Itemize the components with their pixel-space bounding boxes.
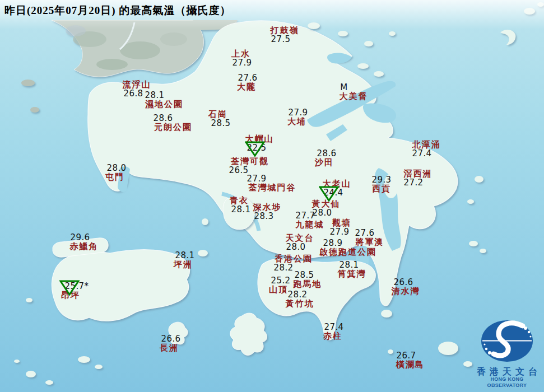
station-value-label: 28.0 (107, 164, 127, 173)
station: 上水27.9 (231, 50, 251, 67)
station: 觀塘27.9 (332, 219, 352, 236)
station-value-label: 28.1 (136, 91, 174, 100)
hko-logo: 香港天文台 HONG KONG OBSERVATORY (471, 319, 543, 389)
station: 28.2黃竹坑 (286, 291, 314, 308)
station: 青衣28.1 (230, 197, 249, 214)
map-title: 昨日(2025年07月20日) 的最高氣溫（攝氏度） (4, 3, 231, 18)
station: M大美督 (340, 83, 368, 101)
station-name-label: 黃竹坑 (286, 300, 314, 309)
station-value-label: 25.2 (271, 277, 291, 286)
station-value-label: 27.6 (238, 74, 258, 83)
station-name-label: 元朗公園 (154, 123, 192, 132)
station: 石崗28.5 (208, 110, 228, 128)
station-name-label: 昂坪 (59, 291, 83, 300)
station: 29.6赤鱲角 (70, 234, 99, 251)
station-value-label: 27.4 (324, 323, 344, 332)
station-value-label: 29.6 (66, 234, 95, 242)
station: 27.9大埔 (287, 109, 307, 126)
station-value-label: 26.6 (161, 335, 181, 344)
station-name-label: 啟德跑道公園 (319, 248, 376, 257)
station: 26.6長洲 (160, 335, 179, 352)
station: 27.9荃灣城門谷 (249, 175, 296, 192)
station-value-label: 27.9 (330, 228, 350, 237)
station-value-label: 28.2 (283, 291, 312, 300)
station-name-label: 大美督 (340, 92, 368, 101)
station-value-label: 27.4 (408, 150, 436, 158)
station: 29.3西貢 (372, 176, 392, 193)
station: 荃灣可觀26.5 (231, 157, 269, 175)
station-name-label: 筲箕灣 (338, 270, 366, 279)
station-value-label: 28.5 (290, 271, 319, 280)
station-value-label: 27.9 (233, 59, 252, 68)
station-name-label: 清水灣 (392, 287, 420, 296)
weather-map-screen: 打鼓嶺27.5上水27.927.6大隴M大美督流浮山26.828.1濕地公園27… (0, 0, 544, 392)
station: 28.6元朗公園 (154, 114, 192, 132)
station-name-label: 坪洲 (174, 260, 193, 269)
station: 27.7九龍城 (296, 212, 324, 229)
observatory-logo-icon (471, 319, 543, 363)
station-value-label: 28.6 (317, 150, 337, 158)
station: 26.6清水灣 (392, 278, 420, 296)
station-value-label: 27.2 (399, 179, 428, 188)
station-value-label: 29.3 (372, 176, 392, 185)
station-value-label: 24.4 (319, 189, 348, 198)
station-name-label: 長洲 (160, 344, 179, 353)
station: 26.7橫瀾島 (396, 352, 425, 369)
station-value-label: 28.1 (175, 251, 195, 260)
station: 28.1坪洲 (174, 251, 193, 269)
station-name-label: 赤柱 (323, 332, 343, 341)
station: 28.1筲箕灣 (338, 261, 366, 278)
station-name-label: 橫瀾島 (396, 361, 425, 370)
station: 滘西洲27.2 (404, 170, 433, 187)
station: 27.4赤柱 (323, 323, 343, 340)
station-value-label: 27.6 (351, 229, 379, 238)
station-value-label: 27.9 (289, 109, 308, 118)
station-name-label: 荃灣城門谷 (249, 184, 296, 193)
station-value-label: 25.7* (65, 282, 89, 291)
station-name-label: 濕地公園 (145, 100, 183, 109)
station-value-label: 28.6 (144, 114, 182, 123)
station-value-label: 28.3 (250, 212, 278, 221)
station-name-label: 屯門 (105, 173, 125, 182)
station: 打鼓嶺27.5 (271, 26, 299, 44)
station-name-label: 大埔 (287, 118, 307, 127)
station: 28.1濕地公園 (145, 91, 183, 109)
station: 28.0屯門 (105, 164, 125, 181)
station: 28.9啟德跑道公園 (319, 239, 376, 256)
station-value-label: 27.7 (291, 212, 320, 221)
station: 大帽山22.5 (245, 135, 274, 152)
station-value-label: 26.6 (389, 278, 418, 287)
station-name-label: 西貢 (372, 185, 392, 194)
station: 大老山24.4 (323, 180, 351, 197)
station-value-label: 28.5 (211, 119, 231, 128)
station-value-label: 28.1 (335, 261, 364, 270)
station: 25.7*昂坪 (59, 282, 83, 300)
station-name-label: 沙田 (315, 158, 334, 167)
hko-logo-zh-text: 香港天文台 (475, 367, 543, 376)
hko-logo-en-text: HONG KONG OBSERVATORY (471, 376, 543, 389)
station-value-label: 27.5 (267, 35, 295, 44)
station-value-label: 26.7 (392, 352, 421, 361)
station-value-label: 28.9 (304, 239, 361, 248)
station-value-label: 27.9 (233, 175, 281, 184)
station: 28.5跑馬地 (294, 271, 322, 288)
station: 深水埗28.3 (253, 203, 282, 221)
station-name-label: 九龍城 (296, 221, 324, 230)
station-name-label: 赤鱲角 (70, 242, 99, 251)
station: 27.6大隴 (237, 74, 257, 91)
station-name-label: 大隴 (237, 83, 257, 92)
station-name-label: 跑馬地 (294, 280, 322, 289)
station: 北潭涌27.4 (412, 141, 441, 158)
station-value-label: 22.5 (243, 144, 271, 153)
station: 28.6沙田 (315, 150, 334, 167)
station-value-label: 28.1 (231, 206, 251, 214)
stations-layer: 打鼓嶺27.5上水27.927.6大隴M大美督流浮山26.828.1濕地公園27… (0, 0, 544, 392)
station-value-label: M (330, 83, 359, 92)
